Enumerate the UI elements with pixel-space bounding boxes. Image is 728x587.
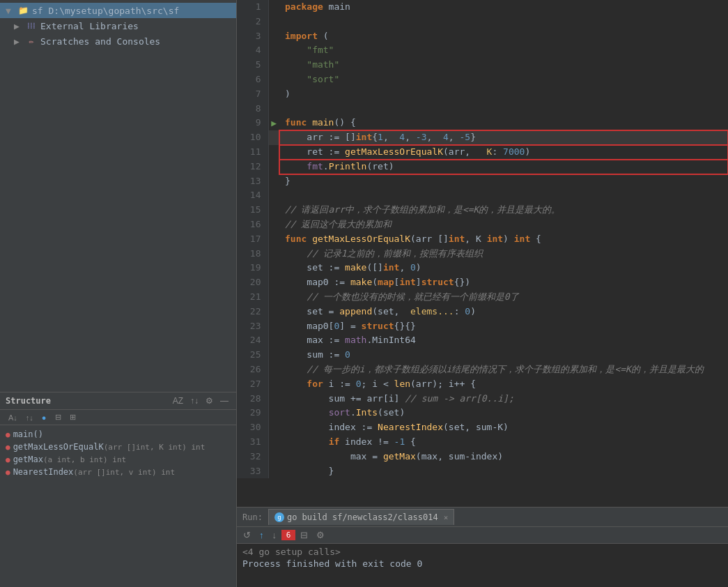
run-toolbar: ↺ ↑ ↓ 6 ⊟ ⚙ [237, 527, 728, 544]
line-content-12[interactable]: fmt.Println(ret) [279, 160, 728, 174]
line-content-20[interactable]: map0 := make(map[int]struct{}) [279, 275, 728, 290]
struct-expand-btn[interactable]: ⊟ [52, 412, 64, 422]
tree-item-sf[interactable]: ▼ 📁 sf D:\mysetup\gopath\src\sf [0, 3, 236, 18]
structure-sort-visibility-btn[interactable]: ↑↓ [188, 395, 201, 406]
line-num-28: 28 [237, 392, 268, 406]
line-content-5[interactable]: "math" [279, 58, 728, 73]
line-content-4[interactable]: "fmt" [279, 43, 728, 58]
code-line-31: 31 if index != -1 { [237, 435, 728, 450]
line-content-29[interactable]: sort.Ints(set) [279, 406, 728, 420]
line-arrow-25 [268, 348, 279, 363]
line-arrow-18 [268, 247, 279, 261]
line-num-24: 24 [237, 333, 268, 348]
line-content-1[interactable]: package main [279, 0, 728, 15]
line-num-27: 27 [237, 377, 268, 392]
line-num-18: 18 [237, 247, 268, 261]
run-wrap-btn[interactable]: ⊟ [297, 528, 311, 542]
run-tab-build[interactable]: g go build sf/newclass2/class014 × [268, 509, 454, 525]
line-num-10: 10 [237, 130, 268, 145]
structure-close-btn[interactable]: — [218, 395, 231, 406]
line-content-27[interactable]: for i := 0; i < len(arr); i++ { [279, 377, 728, 392]
sort-az-btn[interactable]: A↓ [6, 413, 20, 422]
run-up-btn[interactable]: ↑ [256, 528, 268, 542]
run-rerun-btn[interactable]: ↺ [240, 528, 254, 542]
run-settings-btn[interactable]: ⚙ [313, 528, 328, 542]
line-content-32[interactable]: max = getMax(max, sum-index) [279, 450, 728, 464]
code-line-22: 22 set = append(set, elems...: 0) [237, 305, 728, 319]
line-num-22: 22 [237, 305, 268, 319]
line-content-19[interactable]: set := make([]int, 0) [279, 261, 728, 275]
tree-label-scratches: Scratches and Consoles [40, 36, 160, 47]
structure-title: Structure [6, 396, 51, 406]
line-content-31[interactable]: if index != -1 { [279, 435, 728, 450]
line-arrow-1 [268, 0, 279, 15]
struct-item-getmax[interactable]: ● getMaxLessOrEqualK (arr []int, K int) … [0, 441, 236, 453]
tree-item-extlibs[interactable]: ▶ ⁞⁞⁞ External Libraries [0, 18, 236, 33]
line-num-21: 21 [237, 290, 268, 305]
run-output-result: Process finished with exit code 0 [242, 558, 722, 569]
line-num-12: 12 [237, 160, 268, 174]
code-line-14: 14 [237, 188, 728, 203]
line-content-17[interactable]: func getMaxLessOrEqualK(arr []int, K int… [279, 232, 728, 247]
code-line-16: 16 // 返回这个最大的累加和 [237, 218, 728, 232]
line-content-21[interactable]: // 一个数也没有的时候，就已经有一个前缀和是0了 [279, 290, 728, 305]
run-down-btn[interactable]: ↓ [269, 528, 281, 542]
line-content-18[interactable]: // 记录1之前的，前缀和，按照有序表组织 [279, 247, 728, 261]
line-content-23[interactable]: map0[0] = struct{}{} [279, 319, 728, 334]
line-num-25: 25 [237, 348, 268, 363]
struct-item-getmaxab[interactable]: ● getMax (a int, b int) int [0, 453, 236, 466]
structure-sort-az-btn[interactable]: AZ [171, 395, 185, 406]
line-content-33[interactable]: } [279, 464, 728, 479]
line-content-24[interactable]: max := math.MinInt64 [279, 333, 728, 348]
line-content-14[interactable] [279, 188, 728, 203]
code-line-2: 2 [237, 15, 728, 29]
struct-item-nearest[interactable]: ● NearestIndex (arr []int, v int) int [0, 466, 236, 478]
line-content-16[interactable]: // 返回这个最大的累加和 [279, 218, 728, 232]
code-line-20: 20 map0 := make(map[int]struct{}) [237, 275, 728, 290]
expand-arrow-extlibs: ▶ [14, 21, 25, 31]
sort-type-btn[interactable]: ↑↓ [23, 413, 36, 422]
line-content-15[interactable]: // 请返回arr中，求个子数组的累加和，是<=K的，并且是最大的。 [279, 203, 728, 218]
code-line-25: 25 sum := 0 [237, 348, 728, 363]
line-content-2[interactable] [279, 15, 728, 29]
struct-item-main[interactable]: ● main() [0, 428, 236, 441]
code-table: 1 package main 2 3 import ( [237, 0, 728, 478]
tree-item-scratches[interactable]: ▶ ✏ Scratches and Consoles [0, 33, 236, 49]
line-content-7[interactable]: ) [279, 87, 728, 102]
line-arrow-3 [268, 29, 279, 44]
tree-label-extlibs: External Libraries [40, 21, 139, 31]
structure-settings-btn[interactable]: ⚙ [203, 395, 215, 406]
code-line-13: 13 } [237, 174, 728, 189]
run-tab-close[interactable]: × [444, 513, 449, 522]
code-line-19: 19 set := make([]int, 0) [237, 261, 728, 275]
folder-icon-sf: 📁 [17, 4, 29, 17]
line-num-30: 30 [237, 420, 268, 435]
line-num-26: 26 [237, 363, 268, 377]
line-arrow-23 [268, 319, 279, 334]
line-content-30[interactable]: index := NearestIndex(set, sum-K) [279, 420, 728, 435]
run-tabs: Run: g go build sf/newclass2/class014 × [237, 508, 728, 527]
line-content-26[interactable]: // 每一步的i，都求子数组必须以i结尾的情况下，求个子数组的累加和，是<=K的… [279, 363, 728, 377]
line-content-10[interactable]: arr := []int{1, 4, -3, 4, -5} [279, 130, 728, 145]
scratch-icon: ✏ [25, 35, 38, 47]
line-arrow-28 [268, 392, 279, 406]
line-num-6: 6 [237, 73, 268, 87]
expand-arrow-sf: ▼ [6, 6, 17, 16]
line-content-9[interactable]: func main() { [279, 116, 728, 130]
line-content-22[interactable]: set = append(set, elems...: 0) [279, 305, 728, 319]
sort-active-btn[interactable]: ● [39, 413, 49, 422]
code-container[interactable]: 1 package main 2 3 import ( [237, 0, 728, 507]
line-content-28[interactable]: sum += arr[i] // sum -> arr[0..i]; [279, 392, 728, 406]
code-line-32: 32 max = getMax(max, sum-index) [237, 450, 728, 464]
line-content-3[interactable]: import ( [279, 29, 728, 44]
error-icon-main: ● [6, 430, 10, 439]
line-content-13[interactable]: } [279, 174, 728, 189]
code-line-8: 8 [237, 102, 728, 116]
line-arrow-19 [268, 261, 279, 275]
line-content-8[interactable] [279, 102, 728, 116]
line-content-25[interactable]: sum := 0 [279, 348, 728, 363]
line-content-6[interactable]: "sort" [279, 73, 728, 87]
struct-collapse-btn[interactable]: ⊞ [67, 412, 79, 422]
line-content-11[interactable]: ret := getMaxLessOrEqualK(arr, K: 7000) [279, 145, 728, 160]
struct-sig-getmax: (arr []int, K int) int [104, 443, 206, 452]
